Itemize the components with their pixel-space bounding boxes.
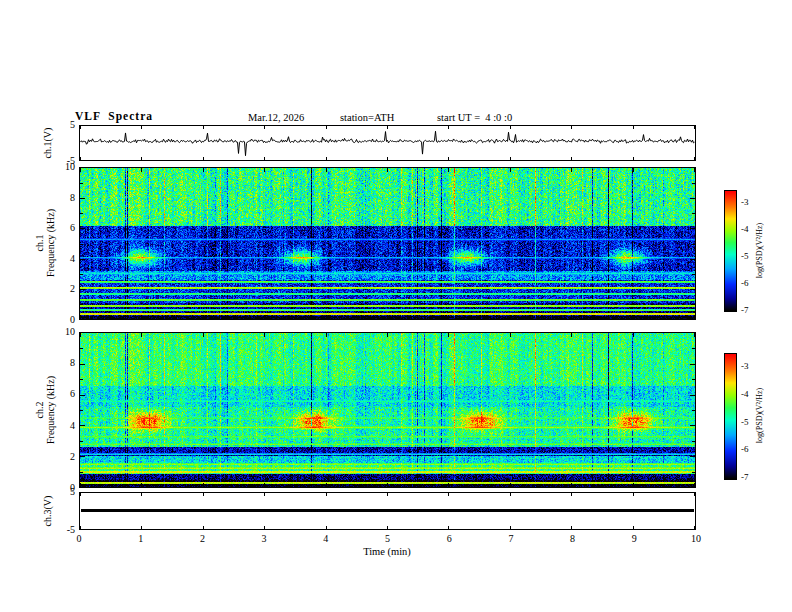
freq-tick-label: 2 [50,451,75,462]
figure-title: VLF Spectra [75,110,153,122]
colorbar-tick-label: -6 [741,278,761,288]
ch2-colorbar [724,353,737,480]
x-tick-label: 5 [378,533,398,544]
x-tick-label: 7 [501,533,521,544]
freq-tick-label: 8 [50,192,75,203]
x-tick-label: 8 [563,533,583,544]
x-tick-label: 10 [686,533,706,544]
colorbar-tick-label: -7 [741,472,761,482]
y-tick-label: 5 [50,119,75,130]
x-tick-label: 4 [316,533,336,544]
colorbar-tick-label: -4 [741,224,761,234]
x-tick-label: 6 [439,533,459,544]
axis-label-line: ch.1 [34,183,45,303]
axis-label-line: ch.2 [34,350,45,470]
freq-tick-label: 10 [50,326,75,337]
y-tick-label: -5 [50,524,75,535]
figure-start-ut: start UT = 4 :0 :0 [437,112,512,123]
ch1-spectrogram-canvas [80,168,695,319]
colorbar-tick-label: -5 [741,417,761,427]
ch3-waveform-canvas [80,493,695,529]
freq-tick-label: 4 [50,420,75,431]
figure-date: Mar.12, 2026 [248,112,304,123]
x-tick-label: 9 [624,533,644,544]
x-tick-label: 1 [131,533,151,544]
ch1-colorbar-canvas [725,191,736,311]
x-tick-label: 2 [192,533,212,544]
colorbar-tick-label: -5 [741,251,761,261]
colorbar-tick-label: -3 [741,197,761,207]
colorbar-tick-label: -4 [741,389,761,399]
colorbar-tick-label: -6 [741,444,761,454]
ch3-waveform-panel [79,492,696,530]
freq-tick-label: 6 [50,388,75,399]
ch2-spectrogram-canvas [80,333,695,487]
ch1-colorbar [724,190,737,312]
freq-tick-label: 8 [50,357,75,368]
freq-tick-label: 6 [50,222,75,233]
vlf-spectra-figure: VLF Spectra Mar.12, 2026 station=ATH sta… [0,0,792,612]
ch2-colorbar-canvas [725,354,736,479]
freq-tick-label: 0 [50,314,75,325]
colorbar-tick-label: -7 [741,305,761,315]
x-tick-label: 3 [254,533,274,544]
colorbar-tick-label: -3 [741,361,761,371]
freq-tick-label: 0 [50,482,75,493]
x-axis-label: Time (min) [347,546,427,557]
ch2-spectrogram-panel [79,332,696,488]
freq-tick-label: 10 [50,161,75,172]
ch1-waveform-panel [79,125,696,161]
ch1-waveform-canvas [80,126,695,160]
freq-tick-label: 2 [50,283,75,294]
ch1-spectrogram-panel [79,167,696,320]
figure-station: station=ATH [340,112,394,123]
freq-tick-label: 4 [50,253,75,264]
